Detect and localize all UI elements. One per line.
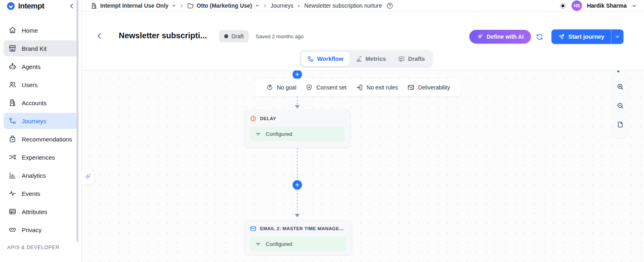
metrics-icon — [355, 56, 362, 62]
add-step-top-button[interactable] — [293, 71, 302, 79]
help-icon[interactable] — [386, 2, 393, 9]
bag-icon — [8, 135, 17, 143]
status-deliverability[interactable]: Deliverability — [407, 84, 450, 91]
node-type-label: EMAIL 2: MASTER TIME MANAGEMENT WI... — [260, 226, 346, 231]
node-email-2[interactable]: EMAIL 2: MASTER TIME MANAGEMENT WI... Co… — [244, 220, 352, 255]
zoom-in-icon[interactable] — [613, 80, 627, 94]
status-item-label: Consent set — [316, 84, 347, 91]
sidebar-item-label: Users — [22, 81, 37, 88]
sidebar-item-accounts[interactable]: Accounts — [4, 95, 78, 111]
status-badge-label: Draft — [231, 33, 244, 40]
plus-icon — [295, 72, 300, 77]
page-header: Newsletter subscripti... Draft Saved 2 m… — [82, 12, 644, 71]
zoom-out-icon[interactable] — [613, 99, 627, 112]
sidebar-item-journeys[interactable]: Journeys — [4, 113, 78, 129]
sidebar-item-home[interactable]: Home — [4, 22, 78, 38]
start-journey-dropdown-chevron-icon[interactable] — [611, 29, 623, 44]
sidebar-item-recommendations[interactable]: Recommendations — [4, 131, 78, 147]
logo-row: intempt — [0, 0, 81, 12]
sidebar-item-label: Agents — [22, 63, 41, 70]
sidebar: intempt Home Brand Kit Agents Users — [0, 0, 82, 262]
robot-icon — [8, 62, 17, 71]
sidebar-item-label: Home — [22, 27, 38, 34]
fit-view-expand-icon[interactable] — [613, 71, 627, 76]
chevron-right-icon — [262, 3, 268, 8]
node-configured-status: Configured — [250, 237, 346, 251]
folder-icon — [187, 2, 194, 9]
logo-text: intempt — [18, 2, 68, 10]
sidebar-item-privacy[interactable]: Privacy — [4, 222, 78, 238]
sidebar-collapse-icon[interactable] — [68, 2, 76, 10]
status-item-label: Deliverability — [418, 84, 450, 91]
sidebar-item-events[interactable]: Events — [4, 185, 78, 202]
tab-label: Metrics — [365, 56, 386, 62]
sidebar-item-users[interactable]: Users — [4, 77, 78, 93]
define-with-ai-button[interactable]: Define with AI — [469, 30, 531, 44]
sidebar-item-label: Recommendations — [22, 136, 72, 143]
start-journey-split-button: Start journey — [551, 29, 623, 44]
ai-assistant-side-tab[interactable] — [82, 169, 94, 185]
back-chevron-icon[interactable] — [95, 32, 103, 40]
status-no-goal[interactable]: No goal — [266, 84, 296, 91]
view-tabs: Workflow Metrics Drafts — [299, 50, 433, 68]
sidebar-item-attributes[interactable]: Attributes — [4, 204, 78, 220]
breadcrumb-journeys-label: Journeys — [270, 2, 293, 9]
tab-drafts[interactable]: Drafts — [392, 52, 431, 66]
sidebar-item-label: Brand Kit — [22, 45, 47, 52]
sidebar-item-brand-kit[interactable]: Brand Kit — [4, 40, 78, 56]
shuffle-icon — [8, 153, 17, 161]
status-consent-set[interactable]: Consent set — [305, 84, 347, 91]
page-title: Newsletter subscripti... — [119, 31, 207, 40]
tab-label: Drafts — [408, 56, 425, 62]
tab-workflow[interactable]: Workflow — [301, 52, 349, 66]
sidebar-item-label: Analytics — [22, 172, 46, 179]
status-no-exit-rules[interactable]: No exit rules — [356, 84, 398, 91]
connector-lines — [82, 71, 644, 262]
sidebar-item-label: Privacy — [22, 227, 41, 233]
filter-lines-icon — [255, 131, 261, 137]
filter-lines-icon — [255, 241, 261, 247]
breadcrumb-project[interactable]: Otto (Marketing Use) — [187, 2, 260, 9]
node-configured-status: Configured — [250, 127, 345, 141]
sidebar-item-label: Attributes — [22, 208, 47, 215]
sidebar-nav: Home Brand Kit Agents Users Accounts Jou… — [0, 22, 81, 240]
canvas-zoom-toolbar — [613, 71, 628, 138]
node-delay[interactable]: DELAY Configured — [244, 110, 351, 148]
chevron-right-icon — [179, 3, 184, 8]
breadcrumb-page: Newsletter subscription nurture — [304, 2, 382, 9]
building-icon — [8, 99, 17, 107]
tab-metrics[interactable]: Metrics — [349, 52, 392, 66]
breadcrumb: Intempt Internal Use Only Otto (Marketin… — [91, 2, 393, 9]
drafts-message-icon — [398, 56, 405, 62]
mask-icon — [8, 226, 17, 234]
intempt-logo-icon — [6, 2, 15, 10]
node-type-label: DELAY — [260, 116, 276, 121]
refresh-icon[interactable] — [536, 33, 543, 41]
sidebar-scrollbar[interactable] — [76, 0, 78, 242]
exit-door-icon — [356, 84, 363, 91]
breadcrumb-journeys[interactable]: Journeys — [270, 2, 293, 9]
users-icon — [8, 81, 17, 89]
user-menu-chevron-down-icon[interactable] — [632, 3, 637, 8]
send-icon — [558, 33, 565, 40]
table-icon — [8, 208, 17, 216]
start-journey-button[interactable]: Start journey — [551, 29, 611, 44]
plus-icon — [295, 182, 300, 187]
app-window: intempt Home Brand Kit Agents Users — [0, 0, 644, 262]
status-badge: Draft — [219, 30, 249, 42]
user-avatar[interactable]: HS — [572, 0, 582, 11]
bar-chart-icon — [8, 171, 17, 179]
user-name: Hardik Sharma — [587, 2, 627, 9]
mail-check-icon — [407, 84, 415, 91]
breadcrumb-page-label: Newsletter subscription nurture — [304, 2, 382, 9]
sidebar-item-agents[interactable]: Agents — [4, 58, 78, 75]
sidebar-item-label: Accounts — [22, 100, 47, 106]
breadcrumb-org[interactable]: Intempt Internal Use Only — [91, 2, 176, 9]
theme-toggle-sun-icon[interactable] — [559, 2, 567, 10]
tab-label: Workflow — [317, 56, 343, 62]
document-icon[interactable] — [613, 118, 627, 131]
add-step-between-button[interactable] — [293, 180, 302, 189]
sidebar-item-experiences[interactable]: Experiences — [4, 149, 78, 165]
workflow-canvas[interactable]: No goal Consent set No exit rules Delive… — [82, 71, 644, 262]
sidebar-item-analytics[interactable]: Analytics — [4, 167, 78, 183]
